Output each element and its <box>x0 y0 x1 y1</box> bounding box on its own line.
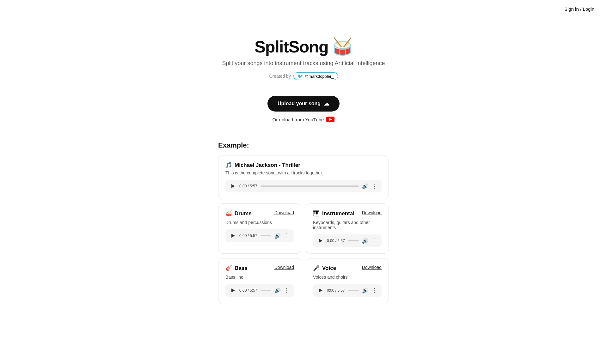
bass-header-row: 🎸 Bass Download <box>225 265 294 273</box>
youtube-link-label: Or upload from YouTube <box>273 117 324 122</box>
drum-emoji: 🥁 <box>332 37 353 56</box>
youtube-play-triangle <box>329 118 332 121</box>
bass-icon: 🎸 <box>225 265 232 271</box>
example-section: Example: 🎵 Michael Jackson - Thriller Th… <box>212 141 395 322</box>
main-play-triangle <box>231 184 235 188</box>
main-volume-button[interactable]: 🔊 <box>362 183 368 189</box>
voice-card: 🎤 Voice Download Voices and choirs 0:00 … <box>306 258 389 303</box>
instrumental-time-display: 0:00 / 5:57 <box>327 239 345 243</box>
upload-button[interactable]: Upload your song ☁ <box>267 96 340 112</box>
bass-card: 🎸 Bass Download Bass line 0:00 / 5:57 🔊 … <box>218 258 301 303</box>
main-progress-bar[interactable] <box>261 185 359 187</box>
voice-icon: 🎤 <box>313 265 320 271</box>
voice-time-display: 0:00 / 5:57 <box>327 288 345 293</box>
drums-desc: Drums and percussions <box>225 220 294 225</box>
bass-volume-button[interactable]: 🔊 <box>274 288 281 294</box>
main-track-desc: This is the complete song, with all trac… <box>225 170 382 175</box>
voice-audio-player: 0:00 / 5:57 🔊 ⋮ <box>313 284 382 297</box>
created-by-label: Created by <box>269 74 291 79</box>
twitter-icon: 🐦 <box>297 74 303 79</box>
instrumental-title: 🎹 Instrumental <box>313 210 354 217</box>
drums-header-row: 🥁 Drums Download <box>225 210 294 219</box>
youtube-icon <box>326 117 334 122</box>
instrumental-header-row: 🎹 Instrumental Download <box>313 210 382 219</box>
drums-icon: 🥁 <box>225 210 232 217</box>
twitter-badge[interactable]: 🐦 @markdoppler_ <box>293 72 338 80</box>
voice-progress-bar[interactable] <box>348 290 359 291</box>
voice-volume-button[interactable]: 🔊 <box>362 288 368 294</box>
app-title: SplitSong 🥁 <box>254 37 353 56</box>
bass-play-button[interactable] <box>230 287 236 294</box>
instrumental-play-button[interactable] <box>317 238 324 244</box>
example-label: Example: <box>218 141 389 149</box>
main-play-button[interactable] <box>230 183 236 189</box>
voice-name: Voice <box>322 265 336 271</box>
voice-header-row: 🎤 Voice Download <box>313 265 382 273</box>
drums-progress-bar[interactable] <box>261 235 271 236</box>
instrumental-audio-player: 0:00 / 5:57 🔊 ⋮ <box>313 234 382 247</box>
bass-more-button[interactable]: ⋮ <box>284 288 290 293</box>
main-track-title: 🎵 Michael Jackson - Thriller <box>225 162 382 168</box>
drums-play-button[interactable] <box>230 233 236 239</box>
upload-section: Upload your song ☁ Or upload from YouTub… <box>0 96 607 122</box>
main-track-name: Michael Jackson - Thriller <box>235 162 300 168</box>
hero-section: SplitSong 🥁 Split your songs into instru… <box>0 18 607 80</box>
main-time-display: 0:00 / 5:57 <box>239 184 257 188</box>
twitter-handle: @markdoppler_ <box>304 74 334 79</box>
instrumental-icon: 🎹 <box>313 210 320 217</box>
tracks-grid: 🥁 Drums Download Drums and percussions 0… <box>218 203 389 303</box>
drums-time-display: 0:00 / 5:57 <box>239 234 257 238</box>
voice-more-button[interactable]: ⋮ <box>371 288 377 293</box>
bass-download-link[interactable]: Download <box>274 265 294 270</box>
drums-audio-player: 0:00 / 5:57 🔊 ⋮ <box>225 229 294 242</box>
main-track-icon: 🎵 <box>225 162 232 168</box>
drums-title: 🥁 Drums <box>225 210 252 217</box>
sign-in-link[interactable]: Sign in / Login <box>564 6 594 12</box>
voice-title: 🎤 Voice <box>313 265 336 271</box>
voice-desc: Voices and choirs <box>313 275 382 280</box>
drums-card: 🥁 Drums Download Drums and percussions 0… <box>218 203 301 254</box>
main-audio-player: 0:00 / 5:57 🔊 ⋮ <box>225 180 382 192</box>
title-text: SplitSong <box>254 37 328 56</box>
bass-progress-bar[interactable] <box>261 290 271 291</box>
drums-name: Drums <box>235 210 252 217</box>
instrumental-card: 🎹 Instrumental Download Keyboards, guita… <box>306 203 389 254</box>
drums-download-link[interactable]: Download <box>274 210 294 215</box>
drums-play-triangle <box>231 234 235 238</box>
bass-desc: Bass line <box>225 275 294 280</box>
drums-volume-button[interactable]: 🔊 <box>274 233 281 239</box>
header: Sign in / Login <box>0 0 607 18</box>
instrumental-name: Instrumental <box>322 210 354 217</box>
bass-play-triangle <box>231 288 235 292</box>
instrumental-download-link[interactable]: Download <box>362 210 382 215</box>
youtube-upload-link[interactable]: Or upload from YouTube <box>273 117 335 122</box>
bass-time-display: 0:00 / 5:57 <box>239 288 257 293</box>
main-track-card: 🎵 Michael Jackson - Thriller This is the… <box>218 155 389 199</box>
voice-play-triangle <box>319 288 322 292</box>
drums-more-button[interactable]: ⋮ <box>284 233 290 239</box>
bass-title: 🎸 Bass <box>225 265 248 271</box>
voice-play-button[interactable] <box>317 287 324 294</box>
main-more-button[interactable]: ⋮ <box>371 183 377 189</box>
bass-name: Bass <box>235 265 248 271</box>
instrumental-volume-button[interactable]: 🔊 <box>362 238 368 244</box>
instrumental-progress-bar[interactable] <box>348 240 359 241</box>
bass-audio-player: 0:00 / 5:57 🔊 ⋮ <box>225 284 294 297</box>
cloud-icon: ☁ <box>324 100 329 107</box>
voice-download-link[interactable]: Download <box>362 265 382 270</box>
instrumental-more-button[interactable]: ⋮ <box>371 238 377 244</box>
instrumental-desc: Keyboards, guitars and other instruments <box>313 220 382 230</box>
upload-button-label: Upload your song <box>278 101 321 106</box>
instrumental-play-triangle <box>319 239 322 243</box>
hero-subtitle: Split your songs into instrument tracks … <box>222 60 385 67</box>
created-by-row: Created by 🐦 @markdoppler_ <box>269 72 338 80</box>
